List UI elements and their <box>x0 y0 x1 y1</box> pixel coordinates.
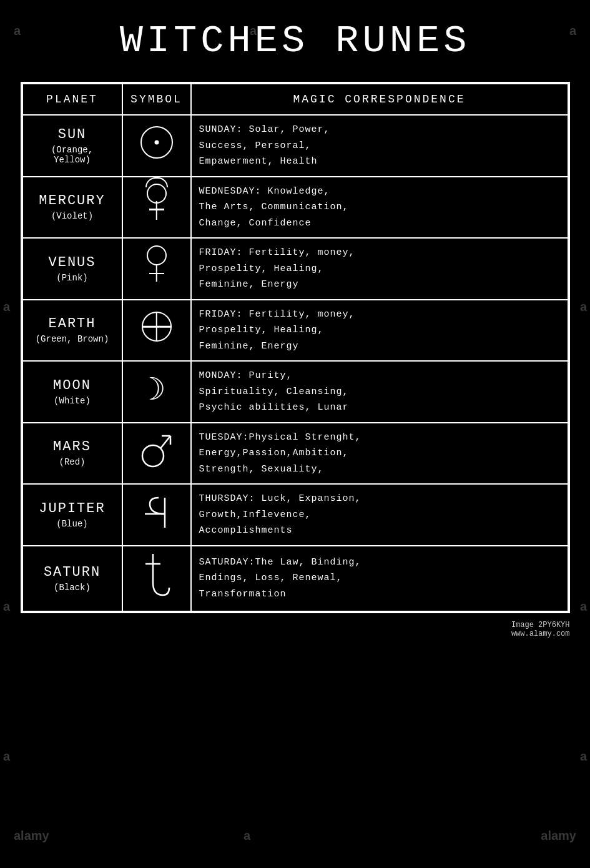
table-header-row: PLANET SYMBOL MAGIC CORRESPONDENCE <box>22 84 568 115</box>
image-id: Image 2PY6KYH www.alamy.com <box>511 621 570 638</box>
symbol-cell-sun <box>122 115 191 177</box>
planet-color: (White) <box>31 396 114 406</box>
magic-text: THURSDAY: Luck, Expansion,Growth,Infleve… <box>199 493 361 536</box>
magic-cell-earth: FRIDAY: Fertility, money,Prospelity, Hea… <box>191 300 568 362</box>
magic-cell-saturn: SATURDAY:The Law, Binding,Endings, Loss,… <box>191 546 568 611</box>
header-planet: PLANET <box>22 84 122 115</box>
planet-name: JUPITER <box>31 501 114 516</box>
planet-name: MARS <box>31 439 114 455</box>
planet-cell-saturn: SATURN (Black) <box>22 546 122 611</box>
symbol-cell-moon: ☽ <box>122 361 191 423</box>
watermark-ml: a <box>3 300 10 314</box>
magic-text: FRIDAY: Fertility, money,Prospelity, Hea… <box>199 309 355 352</box>
table-row: MARS (Red) TUESDAY:Physical Strenght,Ene… <box>22 423 568 485</box>
page-container: a a a WITCHES RUNES PLANET SYMBOL MAGIC … <box>0 12 590 868</box>
watermark-br: alamy <box>541 829 576 843</box>
magic-cell-venus: FRIDAY: Fertility, money,Prospelity, Hea… <box>191 238 568 300</box>
watermark-mr4: a <box>580 749 587 764</box>
magic-cell-mercury: WEDNESDAY: Knowledge,The Arts, Communica… <box>191 177 568 239</box>
magic-cell-sun: SUNDAY: Solar, Power,Success, Persoral,E… <box>191 115 568 177</box>
planet-cell-jupiter: JUPITER (Blue) <box>22 484 122 546</box>
header-magic: MAGIC CORRESPONDENCE <box>191 84 568 115</box>
magic-text: FRIDAY: Fertility, money,Prospelity, Hea… <box>199 247 355 290</box>
jupiter-symbol <box>141 491 172 531</box>
planet-cell-venus: VENUS (Pink) <box>22 238 122 300</box>
symbol-cell-saturn <box>122 546 191 611</box>
table-row: VENUS (Pink) FRIDAY: Fertility, money,Pr… <box>22 238 568 300</box>
table-row: SATURN (Black) SATURDAY:The Law, Binding… <box>22 546 568 611</box>
planet-cell-earth: EARTH (Green, Brown) <box>22 300 122 362</box>
planet-name: EARTH <box>31 316 114 332</box>
symbol-cell-venus <box>122 238 191 300</box>
symbol-cell-mercury <box>122 177 191 239</box>
moon-symbol: ☽ <box>147 376 165 407</box>
venus-symbol <box>143 245 170 285</box>
footer: Image 2PY6KYH www.alamy.com <box>21 618 570 641</box>
magic-cell-moon: MONDAY: Purity,Spirituality, Cleansing,P… <box>191 361 568 423</box>
watermark-ml4: a <box>3 749 10 764</box>
magic-text: SUNDAY: Solar, Power,Success, Persoral,E… <box>199 124 330 167</box>
table-row: MERCURY (Violet) WEDNESDAY: Knowledge,Th… <box>22 177 568 239</box>
watermark-mr3: a <box>580 599 587 614</box>
planet-color: (Orange, Yellow) <box>31 145 114 165</box>
watermark-bl: alamy <box>14 829 49 843</box>
planet-name: SATURN <box>31 565 114 580</box>
witches-runes-table: PLANET SYMBOL MAGIC CORRESPONDENCE SUN (… <box>22 83 569 612</box>
table-wrapper: PLANET SYMBOL MAGIC CORRESPONDENCE SUN (… <box>21 82 570 613</box>
watermark-bc: a <box>243 829 250 843</box>
earth-symbol <box>140 310 173 343</box>
planet-color: (Violet) <box>31 211 114 221</box>
page-title: WITCHES RUNES <box>120 19 471 63</box>
watermark-tr: a <box>569 24 576 38</box>
table-row: EARTH (Green, Brown) FRIDAY: Fertility, … <box>22 300 568 362</box>
planet-name: MOON <box>31 378 114 393</box>
magic-text: SATURDAY:The Law, Binding,Endings, Loss,… <box>199 557 361 599</box>
planet-name: VENUS <box>31 255 114 270</box>
mercury-symbol <box>143 184 170 224</box>
saturn-symbol <box>142 553 172 598</box>
symbol-cell-mars <box>122 423 191 485</box>
watermark-tl: a <box>14 24 21 38</box>
planet-cell-mercury: MERCURY (Violet) <box>22 177 122 239</box>
svg-line-1 <box>160 436 170 448</box>
magic-cell-mars: TUESDAY:Physical Strenght,Energy,Passion… <box>191 423 568 485</box>
planet-name: SUN <box>31 127 114 142</box>
planet-color: (Green, Brown) <box>31 334 114 344</box>
magic-text: WEDNESDAY: Knowledge,The Arts, Communica… <box>199 186 349 229</box>
planet-color: (Black) <box>31 583 114 593</box>
planet-cell-moon: MOON (White) <box>22 361 122 423</box>
magic-text: TUESDAY:Physical Strenght,Energy,Passion… <box>199 432 361 475</box>
mars-symbol <box>140 431 173 468</box>
sun-symbol <box>140 126 173 159</box>
magic-text: MONDAY: Purity,Spirituality, Cleansing,P… <box>199 370 349 413</box>
header-symbol: SYMBOL <box>122 84 191 115</box>
planet-color: (Blue) <box>31 519 114 529</box>
symbol-cell-earth <box>122 300 191 362</box>
planet-name: MERCURY <box>31 193 114 209</box>
planet-cell-mars: MARS (Red) <box>22 423 122 485</box>
planet-color: (Pink) <box>31 273 114 283</box>
planet-cell-sun: SUN (Orange, Yellow) <box>22 115 122 177</box>
planet-color: (Red) <box>31 457 114 467</box>
watermark-mr: a <box>580 300 587 314</box>
table-row: JUPITER (Blue) THURSDAY: Luck, Expansion… <box>22 484 568 546</box>
svg-point-0 <box>142 445 164 466</box>
table-row: MOON (White) ☽MONDAY: Purity,Spiritualit… <box>22 361 568 423</box>
watermark-ml3: a <box>3 599 10 614</box>
symbol-cell-jupiter <box>122 484 191 546</box>
table-row: SUN (Orange, Yellow) SUNDAY: Solar, Powe… <box>22 115 568 177</box>
magic-cell-jupiter: THURSDAY: Luck, Expansion,Growth,Infleve… <box>191 484 568 546</box>
